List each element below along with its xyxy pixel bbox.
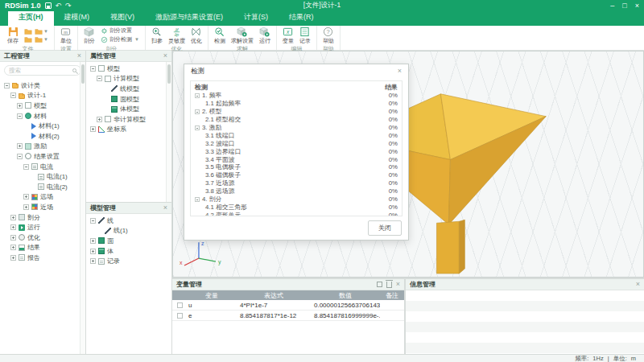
project-tree-item-11[interactable]: 远场 — [2, 192, 84, 203]
expand-icon[interactable] — [23, 204, 29, 210]
collapse-icon[interactable] — [17, 113, 23, 119]
expand-icon[interactable] — [90, 258, 96, 264]
expand-icon[interactable] — [10, 245, 16, 250]
check-dialog-close-button[interactable]: 关闭 — [368, 220, 402, 236]
model-tree-item-4[interactable]: 记录 — [89, 256, 170, 266]
close-button[interactable]: × — [635, 2, 639, 10]
ribbon-button-帮助[interactable]: ?帮助 — [323, 27, 334, 45]
minimize-button[interactable]: – — [610, 2, 614, 10]
ribbon-button-优化[interactable]: 优化 — [191, 27, 202, 45]
menu-tab-0[interactable]: 主页(H) — [8, 10, 54, 26]
model-panel-close-icon[interactable]: × — [163, 204, 167, 212]
collapse-icon[interactable] — [195, 93, 200, 98]
project-tree-item-5[interactable]: 材料(2) — [2, 131, 84, 142]
ribbon-button-记录[interactable]: 记录 — [299, 27, 311, 45]
property-scrollbar[interactable] — [166, 62, 171, 202]
variable-panel-expand-icon[interactable] — [377, 282, 382, 287]
variable-panel-close-icon[interactable]: × — [396, 281, 400, 288]
property-tree-item-5[interactable]: 非计算模型 — [89, 114, 170, 125]
collapse-icon[interactable] — [97, 76, 102, 81]
ribbon-folder-button-2[interactable]: ▼ — [35, 27, 48, 35]
expand-icon[interactable] — [17, 103, 23, 109]
row-checkbox[interactable] — [177, 313, 183, 319]
project-tree-item-15[interactable]: 优化 — [2, 232, 84, 243]
property-tree-item-3[interactable]: 面模型 — [89, 94, 170, 105]
project-tree-item-2[interactable]: 模型 — [2, 101, 84, 111]
model-tree-item-3[interactable]: 体 — [89, 246, 170, 257]
project-tree-item-10[interactable]: 电流(2) — [2, 182, 84, 192]
ribbon-button-保存[interactable]: 保存 — [7, 27, 19, 45]
quick-save-icon[interactable] — [45, 2, 52, 9]
model-tree-item-0[interactable]: 线 — [89, 216, 170, 226]
menu-tab-5[interactable]: 结果(R) — [279, 10, 324, 26]
project-tree-item-6[interactable]: 激励 — [2, 142, 84, 152]
ribbon-folder-button-1[interactable] — [24, 27, 32, 35]
model-tree-item-1[interactable]: 线(1) — [89, 226, 170, 237]
project-tree-item-13[interactable]: 剖分 — [2, 212, 84, 223]
ribbon-button-剖分设置[interactable]: 剖分设置 — [101, 27, 139, 35]
menu-tab-4[interactable]: 计算(S) — [233, 10, 279, 26]
property-tree-item-4[interactable]: 体模型 — [89, 104, 170, 114]
collapse-icon[interactable] — [90, 66, 96, 72]
3d-viewport[interactable]: z x y 检测 × 检测 结果 1. 频率0%1.1 起 — [172, 51, 644, 278]
ribbon-button-求解设置[interactable]: 求解设置 — [231, 27, 254, 45]
expand-icon[interactable] — [10, 255, 16, 261]
check-dialog-close-icon[interactable]: × — [398, 68, 402, 75]
ribbon-folder-button-3[interactable] — [24, 35, 32, 43]
project-scrollbar[interactable] — [80, 62, 85, 354]
collapse-icon[interactable] — [4, 83, 10, 88]
check-row-3[interactable]: 2.1 模型相交0% — [195, 116, 398, 124]
undo-icon[interactable]: ↶ — [56, 2, 62, 10]
collapse-icon[interactable] — [195, 109, 200, 114]
ribbon-button-灵敏度[interactable]: ∂f∂p灵敏度 — [168, 27, 185, 45]
ribbon-button-变量[interactable]: x变量 — [283, 27, 294, 45]
project-tree-item-1[interactable]: 设计-1 — [2, 91, 84, 101]
ribbon-button-运行[interactable]: 运行 — [259, 27, 270, 45]
expand-icon[interactable] — [90, 126, 96, 132]
property-tree-item-1[interactable]: 计算模型 — [89, 74, 170, 84]
search-input[interactable]: 搜索 — [4, 65, 81, 76]
ribbon-button-单位[interactable]: m单位 — [60, 27, 72, 45]
project-tree-item-14[interactable]: 运行 — [2, 222, 84, 232]
menu-tab-2[interactable]: 视图(V) — [100, 10, 145, 26]
ribbon-button-剖分[interactable]: 剖分 — [84, 27, 95, 45]
info-panel-close-icon[interactable]: × — [636, 281, 640, 288]
project-tree-item-7[interactable]: 结果设置 — [2, 151, 84, 162]
property-tree-item-6[interactable]: 坐标系 — [89, 125, 170, 135]
variable-panel-delete-icon[interactable] — [386, 282, 392, 288]
expand-icon[interactable] — [90, 238, 96, 244]
variable-row-e[interactable]: e8.854187817*1e-128.854187816999999e-... — [172, 311, 404, 321]
expand-icon[interactable] — [23, 194, 29, 200]
check-row-1[interactable]: 1.1 起始频率0% — [195, 100, 398, 108]
collapse-icon[interactable] — [195, 125, 200, 130]
collapse-icon[interactable] — [10, 93, 16, 98]
project-tree-item-8[interactable]: 电流 — [2, 162, 84, 172]
expand-icon[interactable] — [10, 224, 16, 230]
row-checkbox[interactable] — [177, 302, 183, 308]
collapse-icon[interactable] — [23, 164, 29, 170]
project-panel-close-icon[interactable]: × — [77, 52, 81, 60]
menu-tab-3[interactable]: 激励源与结果设置(E) — [145, 10, 233, 26]
expand-icon[interactable] — [10, 235, 16, 241]
redo-icon[interactable]: ↷ — [65, 2, 72, 10]
check-row-12[interactable]: 3.8 远场源0% — [195, 187, 398, 195]
ribbon-folder-button-4[interactable]: ▼ — [35, 35, 48, 43]
project-tree-item-4[interactable]: 材料(1) — [2, 121, 84, 131]
ribbon-button-剖分检测[interactable]: 剖分检测▼ — [101, 35, 139, 43]
project-tree-item-17[interactable]: 报告 — [2, 253, 84, 263]
variable-row-u[interactable]: u4*PI*1e-70.00000125663706143... — [172, 300, 404, 311]
property-tree-item-2[interactable]: 线模型 — [89, 84, 170, 94]
expand-icon[interactable] — [90, 249, 96, 254]
maximize-button[interactable]: □ — [622, 2, 626, 10]
project-tree-item-16[interactable]: 结果 — [2, 243, 84, 253]
project-tree-item-12[interactable]: 近场 — [2, 202, 84, 212]
collapse-icon[interactable] — [90, 218, 96, 224]
collapse-icon[interactable] — [17, 154, 23, 159]
expand-icon[interactable] — [10, 215, 16, 220]
expand-icon[interactable] — [97, 117, 102, 122]
property-tree-item-0[interactable]: 模型 — [89, 64, 170, 74]
expand-icon[interactable] — [17, 143, 23, 149]
ribbon-button-检测[interactable]: 检测 — [214, 27, 225, 45]
project-tree-item-0[interactable]: 设计类 — [2, 80, 84, 91]
model-tree-item-2[interactable]: 面 — [89, 236, 170, 246]
